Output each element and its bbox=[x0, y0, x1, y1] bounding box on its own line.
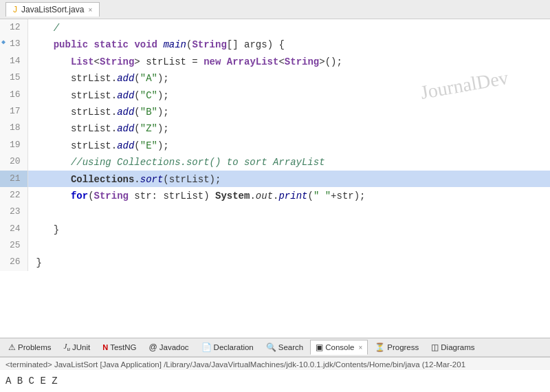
code-line: strList.add("C"); bbox=[28, 87, 550, 103]
code-line: strList.add("A"); bbox=[28, 69, 550, 86]
table-row: 14 List<String> strList = new ArrayList<… bbox=[0, 53, 550, 69]
tab-progress[interactable]: ⏳ Progress bbox=[369, 340, 424, 355]
problems-icon: ⚠ bbox=[8, 342, 16, 352]
tab-search-label: Search bbox=[278, 343, 303, 351]
code-line: strList.add("B"); bbox=[28, 103, 550, 120]
table-row: 24 } bbox=[0, 221, 550, 237]
search-icon: 🔍 bbox=[266, 342, 276, 352]
code-line: public static void main(String[] args) { bbox=[28, 36, 550, 52]
code-line: //using Collections.sort() to sort Array… bbox=[28, 153, 550, 170]
code-line: } bbox=[28, 254, 550, 270]
progress-icon: ⏳ bbox=[375, 342, 385, 352]
line-number: 14 bbox=[0, 53, 28, 69]
line-number: 15 bbox=[0, 69, 28, 86]
tab-label: JavaListSort.java bbox=[21, 5, 84, 14]
code-line: } bbox=[28, 221, 550, 237]
code-line bbox=[28, 204, 550, 220]
tab-junit-label: JUnit bbox=[72, 343, 90, 351]
code-table: 12 / 13 ◆ public static void main(String… bbox=[0, 19, 550, 271]
console-output: A B C E Z bbox=[0, 370, 550, 392]
tab-diagrams[interactable]: ◫ Diagrams bbox=[426, 340, 480, 355]
tab-problems-label: Problems bbox=[18, 343, 52, 351]
status-bar: <terminated> JavaListSort [Java Applicat… bbox=[0, 357, 550, 370]
line-number: 19 bbox=[0, 137, 28, 153]
tab-javadoc-label: Javadoc bbox=[160, 343, 189, 351]
table-row: 25 bbox=[0, 237, 550, 254]
table-row: 23 bbox=[0, 204, 550, 220]
tab-declaration[interactable]: 📄 Declaration bbox=[196, 340, 259, 355]
tab-declaration-label: Declaration bbox=[214, 343, 254, 351]
tab-testng-label: TestNG bbox=[110, 343, 136, 351]
code-line: for(String str: strList) System.out.prin… bbox=[28, 187, 550, 204]
tab-junit[interactable]: Ju JUnit bbox=[58, 339, 96, 355]
code-line: strList.add("Z"); bbox=[28, 120, 550, 136]
tab-problems[interactable]: ⚠ Problems bbox=[3, 340, 57, 355]
code-line: / bbox=[28, 19, 550, 36]
table-row: 20 //using Collections.sort() to sort Ar… bbox=[0, 153, 550, 170]
tab-javadoc[interactable]: @ Javadoc bbox=[144, 340, 195, 355]
console-close-icon[interactable]: × bbox=[358, 344, 362, 351]
tab-console-label: Console bbox=[325, 343, 354, 351]
table-row: 16 strList.add("C"); bbox=[0, 87, 550, 103]
line-number: 22 bbox=[0, 187, 28, 204]
table-row: 15 strList.add("A"); bbox=[0, 69, 550, 86]
line-number: 16 bbox=[0, 87, 28, 103]
tab-search[interactable]: 🔍 Search bbox=[261, 340, 309, 355]
line-number: 17 bbox=[0, 103, 28, 120]
tab-progress-label: Progress bbox=[387, 343, 419, 351]
table-row: 26 } bbox=[0, 254, 550, 270]
table-row: 22 for(String str: strList) System.out.p… bbox=[0, 187, 550, 204]
junit-icon: Ju bbox=[64, 342, 70, 352]
line-number: 23 bbox=[0, 204, 28, 220]
line-number: 20 bbox=[0, 153, 28, 170]
line-number: 13 ◆ bbox=[0, 36, 28, 52]
console-icon: ▣ bbox=[316, 342, 323, 352]
table-row: 19 strList.add("E"); bbox=[0, 137, 550, 153]
table-row: 13 ◆ public static void main(String[] ar… bbox=[0, 36, 550, 52]
javadoc-icon: @ bbox=[149, 342, 157, 352]
table-row: 17 strList.add("B"); bbox=[0, 103, 550, 120]
table-row: 18 strList.add("Z"); bbox=[0, 120, 550, 136]
table-row: 12 / bbox=[0, 19, 550, 36]
diagrams-icon: ◫ bbox=[431, 342, 439, 352]
editor-tab[interactable]: J JavaListSort.java × bbox=[6, 2, 100, 17]
tab-diagrams-label: Diagrams bbox=[441, 343, 474, 351]
line-number: 18 bbox=[0, 120, 28, 136]
code-line: List<String> strList = new ArrayList<Str… bbox=[28, 53, 550, 69]
line-number: 12 bbox=[0, 19, 28, 36]
table-row: 21 Collections.sort(strList); bbox=[0, 171, 550, 187]
line-number: 24 bbox=[0, 221, 28, 237]
code-line bbox=[28, 237, 550, 254]
code-line: strList.add("E"); bbox=[28, 137, 550, 153]
output-text: A B C E Z bbox=[6, 375, 58, 386]
line-number: 21 bbox=[0, 171, 28, 187]
tab-testng[interactable]: N TestNG bbox=[97, 340, 142, 354]
terminated-status: <terminated> JavaListSort [Java Applicat… bbox=[6, 360, 465, 369]
tab-close-icon[interactable]: × bbox=[88, 6, 92, 14]
tab-console[interactable]: ▣ Console × bbox=[310, 340, 368, 355]
bottom-tabs-bar: ⚠ Problems Ju JUnit N TestNG @ Javadoc 📄… bbox=[0, 338, 550, 357]
title-bar: J JavaListSort.java × bbox=[0, 0, 550, 19]
testng-icon: N bbox=[102, 343, 108, 351]
code-line: Collections.sort(strList); bbox=[28, 171, 550, 187]
code-editor[interactable]: JournalDev 12 / 13 ◆ public static void … bbox=[0, 19, 550, 338]
file-icon: J bbox=[13, 5, 17, 14]
line-number: 25 bbox=[0, 237, 28, 254]
declaration-icon: 📄 bbox=[201, 342, 212, 352]
line-number: 26 bbox=[0, 254, 28, 270]
